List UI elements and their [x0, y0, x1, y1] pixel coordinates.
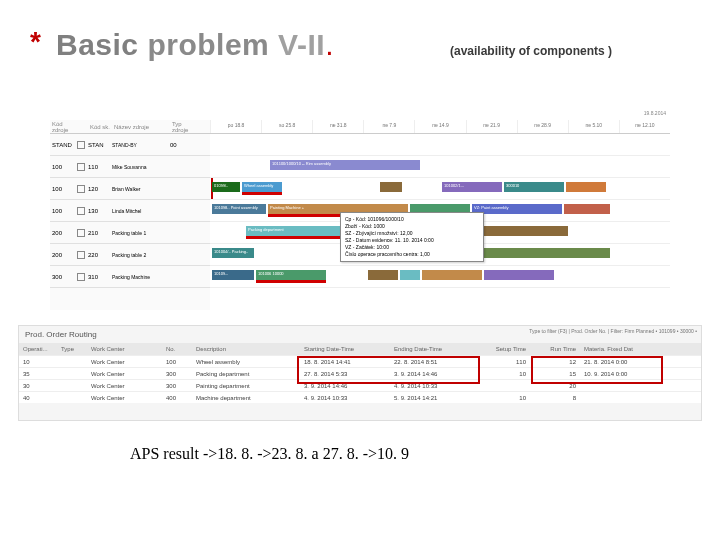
ruler-tick: ne 7.9: [363, 120, 414, 133]
bar: 101100/1000/10 -- Rim assembly: [270, 160, 420, 170]
resource-row: 100130Linda Mitchel: [50, 200, 210, 222]
gantt-chart: Kód zdroje Kód sk. Název zdroje Typ zdro…: [50, 120, 670, 310]
gantt-lanes: 19.8.2014 po 18.8so 25.8ne 31.8ne 7.9ne …: [210, 120, 670, 310]
resource-row: STANDSTANSTAND-BY00: [50, 134, 210, 156]
checkbox-icon[interactable]: [77, 273, 85, 281]
col-h-4: Typ zdroje: [170, 120, 198, 134]
bar-tooltip: Cp - Kód: 101096/1000/10 Zboží - Kód: 10…: [340, 212, 484, 262]
lane-brian: 01099/.. Wheel assembly 101002/1... 3000…: [210, 178, 670, 200]
ruler-tick: so 25.8: [261, 120, 312, 133]
h-desc: Description: [192, 346, 300, 352]
resource-row: 200220Packing table 2: [50, 244, 210, 266]
routing-panel: Prod. Order Routing Type to filter (F3) …: [18, 325, 702, 421]
title-w2: problem: [147, 28, 269, 61]
tip-line: VZ - Začátek: 10:00: [345, 244, 479, 251]
h-op: Operati...: [19, 346, 57, 352]
bar: 300010: [504, 182, 564, 192]
h-wc: Work Center: [87, 346, 162, 352]
bar: [400, 270, 420, 280]
resource-grid: Kód zdroje Kód sk. Název zdroje Typ zdro…: [50, 120, 210, 310]
ruler-tick: po 18.8: [210, 120, 261, 133]
resource-row: 100110Mike Souvanna: [50, 156, 210, 178]
h-mat: Materia. Fixed Dat: [580, 346, 658, 352]
ruler-tick: ne 14.9: [414, 120, 465, 133]
routing-row: 10Work Center100Wheel assembly18. 8. 201…: [19, 355, 701, 367]
lane-machine: 10109... 101006 10000: [210, 266, 670, 288]
bar: [368, 270, 398, 280]
checkbox-icon[interactable]: [77, 185, 85, 193]
ruler-tick: ne 28.9: [517, 120, 568, 133]
h-type: Type: [57, 346, 87, 352]
tip-line: Cp - Kód: 101096/1000/10: [345, 216, 479, 223]
ruler-tick: ne 5.10: [568, 120, 619, 133]
grid-header: Kód zdroje Kód sk. Název zdroje Typ zdro…: [50, 120, 210, 134]
h-end: Ending Date-Time: [390, 346, 480, 352]
col-h-3: Název zdroje: [112, 123, 170, 131]
tip-line: SZ - Datum evidence: 11. 10. 2014 0:00: [345, 237, 479, 244]
title-dot: .: [325, 28, 334, 61]
routing-filter: Type to filter (F3) | Prod. Order No. | …: [529, 328, 697, 334]
tip-line: Číslo operace pracovního centra: 1,00: [345, 251, 479, 258]
bar: 101098.. Point assembly: [212, 204, 266, 214]
bar: 01099/..: [212, 182, 240, 192]
checkbox-icon[interactable]: [77, 141, 85, 149]
gantt-ruler: po 18.8so 25.8ne 31.8ne 7.9ne 14.9ne 21.…: [210, 120, 670, 134]
h-no: No.: [162, 346, 192, 352]
checkbox-icon[interactable]: [77, 207, 85, 215]
redbar: [256, 280, 326, 283]
redbar: [242, 192, 282, 195]
title-w1: Basic: [56, 28, 139, 61]
lane-mike: 101100/1000/10 -- Rim assembly: [210, 156, 670, 178]
resource-row: 300310Packing Machine: [50, 266, 210, 288]
checkbox-icon[interactable]: [77, 163, 85, 171]
bar: Wheel assembly: [242, 182, 282, 192]
bar: 101002/1...: [442, 182, 502, 192]
resource-row: 200210Packing table 1: [50, 222, 210, 244]
tip-line: Zboží - Kód: 1000: [345, 223, 479, 230]
routing-row: 35Work Center300Packing department27. 8.…: [19, 367, 701, 379]
today-mark: 19.8.2014: [644, 110, 666, 116]
bar: 10109...: [212, 270, 254, 280]
checkbox-icon[interactable]: [77, 229, 85, 237]
bar: [484, 270, 554, 280]
h-setup: Setup Time: [480, 346, 530, 352]
ruler-tick: ne 31.8: [312, 120, 363, 133]
col-h-1: Kód zdroje: [50, 120, 74, 134]
aps-result: APS result ->18. 8. ->23. 8. a 27. 8. ->…: [130, 445, 409, 463]
ruler-tick: ne 21.9: [466, 120, 517, 133]
bar: 101006 10000: [256, 270, 326, 280]
col-h-2: Kód sk.: [88, 123, 112, 131]
routing-row: 30Work Center300Painting department3. 9.…: [19, 379, 701, 391]
h-run: Run Time: [530, 346, 580, 352]
bullet: *: [30, 26, 41, 58]
bar: [380, 182, 402, 192]
tip-line: SZ - Zbývající množství: 12,00: [345, 230, 479, 237]
routing-head: Operati... Type Work Center No. Descript…: [19, 343, 701, 355]
resource-row: 100120Brian Walker: [50, 178, 210, 200]
lane-standby: [210, 134, 670, 156]
bar: 101004/.. Packing..: [212, 248, 254, 258]
bar: VZ: Paint assembly: [472, 204, 562, 214]
h-start: Starting Date-Time: [300, 346, 390, 352]
checkbox-icon[interactable]: [77, 251, 85, 259]
routing-row: 40Work Center400Machine department4. 9. …: [19, 391, 701, 403]
bar: [566, 182, 606, 192]
ruler-tick: ne 12.10: [619, 120, 670, 133]
bar: [422, 270, 482, 280]
title-suffix: V-II: [269, 28, 325, 61]
subtitle: (availability of components ): [450, 44, 612, 58]
bar: [564, 204, 610, 214]
page-title: Basic problem V-II.: [56, 28, 334, 62]
